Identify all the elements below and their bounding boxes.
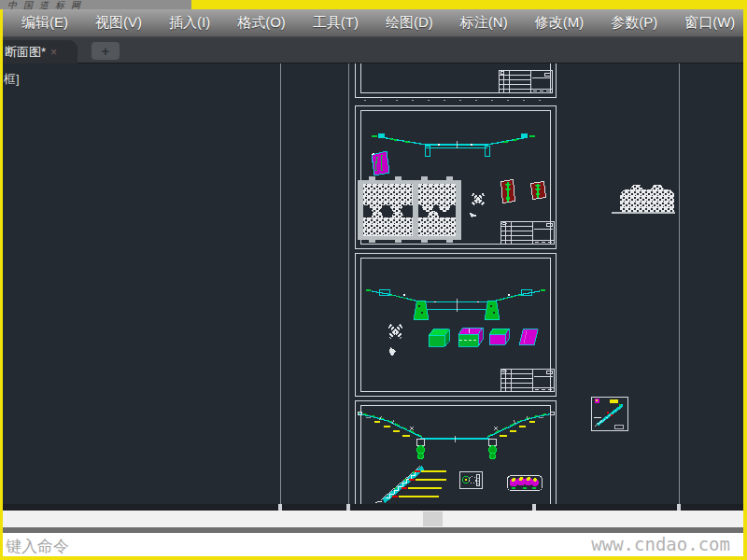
new-tab-button[interactable]: +	[92, 42, 120, 60]
document-tab-bar: 断面图* × +	[3, 37, 743, 63]
scrollbar-thumb[interactable]	[423, 511, 443, 526]
strip-tick	[278, 504, 282, 511]
tab-section-drawing[interactable]: 断面图* ×	[3, 40, 78, 63]
sheet-frame-top	[356, 63, 557, 100]
hatch-mark-2	[389, 326, 402, 357]
strip-tick	[532, 504, 536, 511]
menu-parametric[interactable]: 参数(P)	[611, 14, 657, 32]
command-prompt[interactable]: 键入命令	[6, 536, 69, 556]
planting-detail-2	[531, 182, 546, 200]
menu-insert[interactable]: 插入(I)	[169, 14, 210, 32]
canvas-bottom-strip	[3, 504, 743, 511]
plus-icon: +	[102, 44, 110, 58]
menu-format[interactable]: 格式(O)	[237, 14, 286, 32]
strip-tick	[346, 504, 350, 511]
menu-window[interactable]: 窗口(W)	[684, 14, 735, 32]
cad-graphics	[3, 63, 743, 504]
bridge-section-1	[372, 133, 535, 156]
deck-plan	[358, 176, 461, 243]
box-details	[429, 328, 538, 346]
titlebar-watermark-text: 中国道标网	[0, 0, 191, 9]
titlebar-watermark: 中国道标网	[0, 0, 191, 9]
tab-label: 断面图*	[3, 44, 46, 61]
title-block-2	[501, 369, 555, 391]
menu-edit[interactable]: 编辑(E)	[21, 14, 68, 32]
window-border-right	[743, 0, 747, 560]
hatch-mark-1	[469, 194, 484, 217]
tab-close-icon[interactable]: ×	[50, 47, 57, 58]
title-block-1	[501, 221, 555, 244]
window-border-bottom	[0, 556, 747, 560]
abutment-elevation	[612, 185, 675, 213]
planting-detail-1	[501, 180, 515, 203]
beam-end-detail	[508, 476, 543, 491]
block-detail-1	[372, 151, 389, 175]
window-border-top	[191, 0, 743, 9]
menu-modify[interactable]: 修改(M)	[535, 14, 585, 32]
bridge-section-3	[358, 413, 554, 459]
menu-tools[interactable]: 工具(T)	[313, 14, 359, 32]
canvas-overlay-text: 框]	[4, 71, 20, 88]
menu-draw[interactable]: 绘图(D)	[386, 14, 433, 32]
site-watermark: www.cndao.com	[591, 534, 730, 554]
stair-detail	[375, 467, 446, 503]
girder-detail	[460, 472, 483, 489]
menu-view[interactable]: 视图(V)	[95, 14, 142, 32]
sheet-frame-2	[356, 254, 557, 397]
menu-dimension[interactable]: 标注(N)	[460, 14, 508, 32]
drawing-canvas[interactable]: 框]	[3, 63, 743, 504]
menu-bar: 编辑(E) 视图(V) 插入(I) 格式(O) 工具(T) 绘图(D) 标注(N…	[3, 9, 743, 37]
title-block-top	[500, 71, 553, 93]
bridge-section-2	[366, 290, 545, 320]
strip-tick	[677, 504, 681, 511]
horizontal-scrollbar[interactable]	[3, 511, 743, 527]
small-detail-box	[592, 398, 628, 431]
command-bar[interactable]: 键入命令 www.cndao.com	[3, 533, 743, 556]
